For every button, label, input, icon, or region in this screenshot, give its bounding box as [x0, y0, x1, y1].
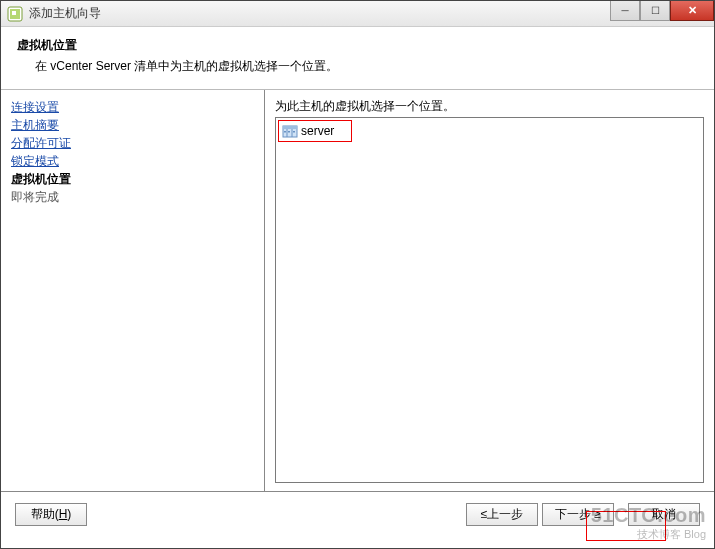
- titlebar: 添加主机向导 ─ ☐ ✕: [1, 1, 714, 27]
- app-icon: [7, 6, 23, 22]
- wizard-window: 添加主机向导 ─ ☐ ✕ 虚拟机位置 在 vCenter Server 清单中为…: [0, 0, 715, 549]
- cancel-button[interactable]: 取消: [628, 503, 700, 526]
- datacenter-icon: [282, 123, 298, 139]
- help-button-label: 帮助(H): [31, 506, 72, 523]
- wizard-body: 连接设置 主机摘要 分配许可证 锁定模式 虚拟机位置 即将完成 为此主机的虚拟机…: [1, 90, 714, 492]
- step-ready-complete: 即将完成: [11, 188, 254, 206]
- step-connection-settings[interactable]: 连接设置: [11, 98, 254, 116]
- step-lockdown-mode[interactable]: 锁定模式: [11, 152, 254, 170]
- wizard-steps-sidebar: 连接设置 主机摘要 分配许可证 锁定模式 虚拟机位置 即将完成: [1, 90, 265, 491]
- svg-rect-2: [12, 11, 16, 15]
- wizard-header: 虚拟机位置 在 vCenter Server 清单中为主机的虚拟机选择一个位置。: [1, 27, 714, 90]
- content-prompt: 为此主机的虚拟机选择一个位置。: [275, 98, 704, 115]
- tree-root-label: server: [301, 124, 334, 138]
- svg-rect-9: [293, 131, 295, 133]
- svg-rect-8: [288, 131, 290, 133]
- location-tree[interactable]: server: [275, 117, 704, 483]
- step-host-summary[interactable]: 主机摘要: [11, 116, 254, 134]
- page-title: 虚拟机位置: [17, 37, 698, 54]
- wizard-footer: 帮助(H) ≤上一步 下一步 ≥ 取消: [1, 492, 714, 536]
- step-assign-license[interactable]: 分配许可证: [11, 134, 254, 152]
- svg-rect-7: [284, 131, 286, 133]
- wizard-content: 为此主机的虚拟机选择一个位置。 serve: [265, 90, 714, 491]
- window-title: 添加主机向导: [29, 5, 101, 22]
- tree-root-item[interactable]: server: [280, 122, 338, 140]
- step-vm-location-current: 虚拟机位置: [11, 170, 254, 188]
- maximize-button[interactable]: ☐: [640, 1, 670, 21]
- svg-rect-4: [283, 126, 297, 129]
- nav-button-group: ≤上一步 下一步 ≥ 取消: [462, 503, 700, 526]
- window-controls: ─ ☐ ✕: [610, 1, 714, 21]
- back-button[interactable]: ≤上一步: [466, 503, 538, 526]
- help-button[interactable]: 帮助(H): [15, 503, 87, 526]
- next-button[interactable]: 下一步 ≥: [542, 503, 614, 526]
- close-button[interactable]: ✕: [670, 1, 714, 21]
- page-subtitle: 在 vCenter Server 清单中为主机的虚拟机选择一个位置。: [17, 58, 698, 75]
- minimize-button[interactable]: ─: [610, 1, 640, 21]
